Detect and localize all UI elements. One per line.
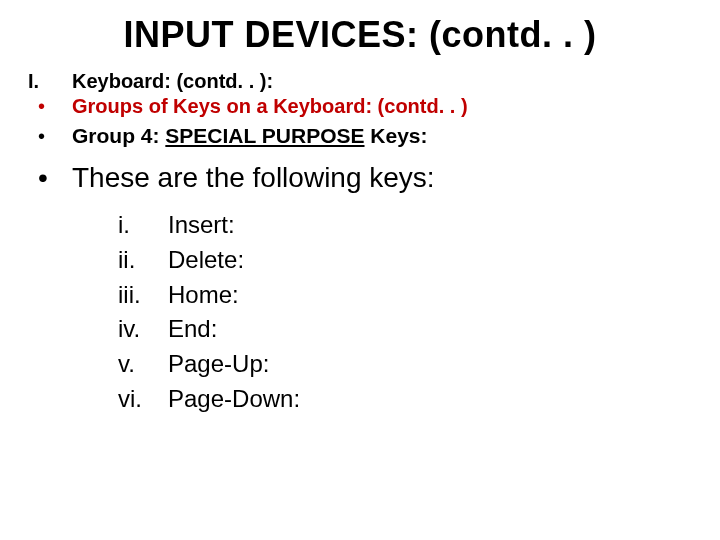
key-marker: vi. [118, 382, 168, 417]
key-marker: iii. [118, 278, 168, 313]
group4-prefix: Group 4: [72, 124, 165, 147]
group4-line: • Group 4: SPECIAL PURPOSE Keys: [38, 124, 692, 148]
bullet-icon: • [38, 95, 72, 118]
key-label: End: [168, 312, 217, 347]
slide: INPUT DEVICES: (contd. . ) I. Keyboard: … [0, 0, 720, 540]
keys-list: i. Insert: ii. Delete: iii. Home: iv. En… [118, 208, 692, 417]
key-label: Page-Down: [168, 382, 300, 417]
red-bullet-line: • Groups of Keys on a Keyboard: (contd. … [38, 95, 692, 118]
group4-suffix: Keys: [365, 124, 428, 147]
key-marker: i. [118, 208, 168, 243]
list-item: ii. Delete: [118, 243, 692, 278]
key-marker: v. [118, 347, 168, 382]
lead-line: • These are the following keys: [38, 162, 692, 194]
lead-text: These are the following keys: [72, 162, 435, 194]
list-item: iii. Home: [118, 278, 692, 313]
roman-line: I. Keyboard: (contd. . ): [28, 70, 692, 93]
list-item: vi. Page-Down: [118, 382, 692, 417]
group4-text: Group 4: SPECIAL PURPOSE Keys: [72, 124, 428, 148]
key-label: Home: [168, 278, 239, 313]
bullet-icon: • [38, 162, 72, 194]
list-item: iv. End: [118, 312, 692, 347]
slide-title: INPUT DEVICES: (contd. . ) [28, 14, 692, 56]
roman-marker: I. [28, 70, 72, 93]
list-item: v. Page-Up: [118, 347, 692, 382]
roman-label: Keyboard: (contd. . ): [72, 70, 273, 93]
key-marker: ii. [118, 243, 168, 278]
red-bullet-text: Groups of Keys on a Keyboard: (contd. . … [72, 95, 468, 118]
key-label: Insert: [168, 208, 235, 243]
list-item: i. Insert: [118, 208, 692, 243]
key-label: Delete: [168, 243, 244, 278]
key-marker: iv. [118, 312, 168, 347]
bullet-icon: • [38, 125, 72, 148]
group4-underlined: SPECIAL PURPOSE [165, 124, 364, 147]
key-label: Page-Up: [168, 347, 269, 382]
